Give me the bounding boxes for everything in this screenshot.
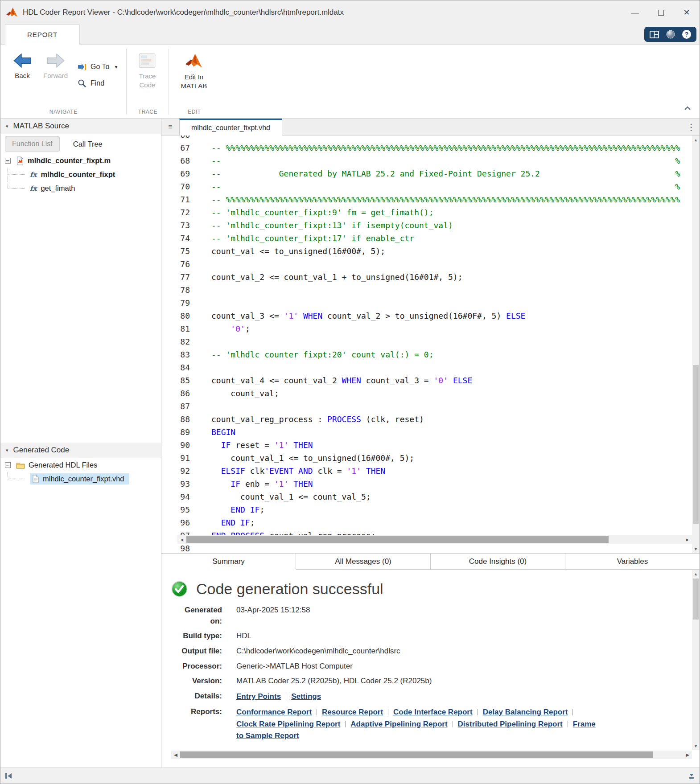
tab-code-insights[interactable]: Code Insights (0) [431,554,565,570]
summary-link[interactable]: Delay Balancing Report [483,708,568,716]
edit-group-label: EDIT [169,109,219,115]
window-title: HDL Coder Report Viewer - C:\hdlcoder\wo… [23,8,622,17]
code-token: reset = [231,440,274,450]
summary-link[interactable]: Clock Rate Pipelining Report [236,720,340,728]
code-token: IF [231,479,240,488]
tab-call-tree[interactable]: Call Tree [73,140,103,148]
tree-collapse-icon[interactable]: − [5,158,11,164]
code-text: -- Generated by MATLAB 25.2 and Fixed-Po… [190,167,680,180]
code-token [540,169,675,178]
trace-code-icon [138,53,156,69]
scroll-left-arrow[interactable]: ◀ [177,535,186,544]
code-line: 91 count_val_1 <= to_unsigned(16#00#, 5)… [161,452,692,464]
code-line: 79 [161,296,692,309]
summary-link[interactable]: Resource Report [322,708,383,716]
tab-summary[interactable]: Summary [161,554,296,570]
summary-link[interactable]: Settings [291,692,321,701]
tab-overflow-icon[interactable]: ⋮ [683,119,700,135]
window-controls: — ✕ [622,0,700,25]
tree-row[interactable]: fx mlhdlc_counter_fixpt [0,168,161,181]
collapse-ribbon-button[interactable] [682,104,693,113]
scroll-down-arrow[interactable]: ▼ [692,742,700,750]
code-line: 66 [161,135,692,141]
scroll-left-arrow[interactable]: ◀ [171,751,180,759]
generated-code-header[interactable]: ▾ Generated Code [0,443,161,458]
summary-horizontal-scrollbar[interactable]: ◀ ▶ [171,751,692,759]
help-icon[interactable]: ? [682,30,691,39]
minimize-button[interactable]: — [622,0,648,25]
forward-button[interactable]: Forward [38,49,73,83]
edit-in-matlab-label: Edit In MATLAB [181,73,207,90]
summary-link[interactable]: Distributed Pipelining Report [458,720,563,728]
code-token: % [675,182,680,191]
find-button[interactable]: Find [78,79,117,88]
code-token: -- [211,143,226,152]
scrollbar-track[interactable] [180,751,683,759]
code-token: count_val_4 <= count_val_2 [211,376,342,385]
editor-tab-active[interactable]: mlhdlc_counter_fixpt.vhd [179,119,282,135]
goto-label: Go To [91,63,109,71]
tab-variables[interactable]: Variables [565,554,700,570]
code-token [211,440,221,450]
code-text: -- %%%%%%%%%%%%%%%%%%%%%%%%%%%%%%%%%%%%%… [190,141,680,154]
globe-icon[interactable] [666,30,675,39]
scrollbar-thumb[interactable] [693,365,699,524]
scroll-up-arrow[interactable]: ▲ [692,136,700,144]
summary-link[interactable]: Adaptive Pipelining Report [350,720,447,728]
line-number: 73 [161,219,190,232]
tab-report[interactable]: REPORT [5,25,80,45]
tree-row[interactable]: − Generated HDL Files [0,458,161,472]
link-separator [317,709,317,715]
code-token: %%%%%%%%%%%%%%%%%%%%%%%%%%%%%%%%%%%%%%%%… [226,195,680,204]
back-button[interactable]: Back [7,49,38,83]
code-text: END IF; [190,516,255,529]
scroll-up-arrow[interactable]: ▲ [692,570,700,578]
goto-button[interactable]: Go To ▾ [78,62,117,71]
code-text: -- % [190,180,680,193]
collapse-panel-icon: ▾ [6,123,8,129]
code-token: '0' [231,324,245,333]
code-line: 95 END IF; [161,503,692,516]
matlab-file-icon [16,156,24,165]
scrollbar-thumb[interactable] [186,536,609,543]
maximize-button[interactable] [648,0,674,25]
tree-row[interactable]: − mlhdlc_counter_fixpt.m [0,154,161,168]
code-text: count_val_reg_process : PROCESS (clk, re… [190,413,424,426]
layout-grid-icon[interactable] [650,31,659,38]
scroll-right-arrow[interactable]: ▶ [683,751,692,759]
matlab-logo-icon [6,7,18,18]
line-number: 69 [161,167,190,180]
code-vertical-scrollbar[interactable]: ▲ ▼ [692,135,700,553]
tab-list-icon[interactable]: ≡ [161,119,179,135]
summary-link[interactable]: Conformance Report [236,708,312,716]
line-number: 89 [161,426,190,439]
tab-function-list[interactable]: Function List [5,136,60,152]
tab-all-messages[interactable]: All Messages (0) [296,554,431,570]
tree-collapse-icon[interactable]: − [5,462,11,468]
dock-bottom-icon[interactable] [688,772,696,780]
code-horizontal-scrollbar[interactable]: ◀ ▶ [177,535,692,544]
summary-link[interactable]: Code Interface Report [393,708,473,716]
generated-folder-label: Generated HDL Files [29,461,97,469]
go-to-first-icon[interactable] [4,772,12,780]
tree-row-selected[interactable]: mlhdlc_counter_fixpt.vhd [0,472,161,486]
scrollbar-track[interactable] [186,535,683,544]
scrollbar-thumb[interactable] [180,751,653,758]
source-view-tabs: Function List Call Tree [0,134,161,154]
scroll-right-arrow[interactable]: ▶ [683,535,692,544]
summary-vertical-scrollbar[interactable]: ▲ ▼ [692,570,700,750]
code-token: AND [298,466,313,476]
scrollbar-thumb[interactable] [693,579,699,620]
summary-link[interactable]: Entry Points [236,692,281,701]
code-token [211,324,231,333]
trace-code-button[interactable]: Trace Code [133,49,161,93]
matlab-source-header[interactable]: ▾ MATLAB Source [0,119,161,134]
code-token: -- 'mlhdlc_counter_fixpt:9' fm = get_fim… [211,208,434,217]
code-token: (clk, reset) [361,415,424,424]
close-button[interactable]: ✕ [674,0,700,25]
tree-row[interactable]: fx get_fimath [0,181,161,195]
line-number: 72 [161,206,190,219]
code-token: 'EVENT [264,466,293,476]
scroll-down-arrow[interactable]: ▼ [692,545,700,553]
edit-in-matlab-button[interactable]: Edit In MATLAB [175,49,212,94]
